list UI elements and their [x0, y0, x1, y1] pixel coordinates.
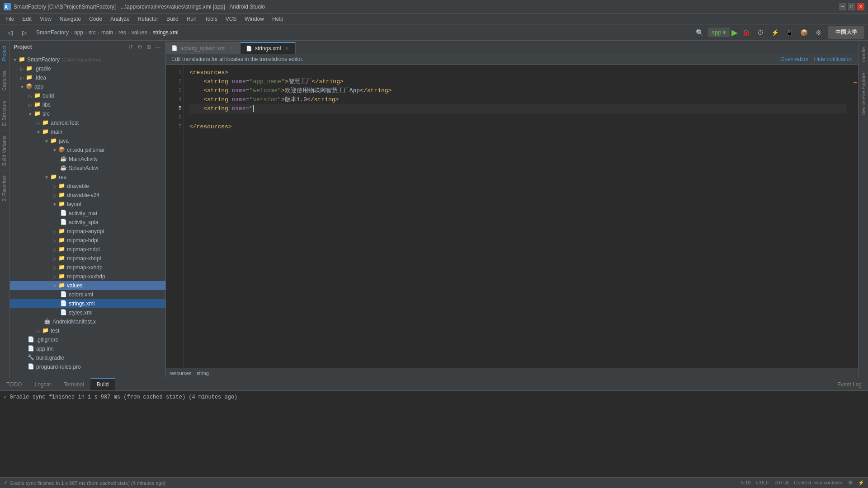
tree-item-mipmap-hdpi[interactable]: ▷ 📁 mipmap-hdpi — [10, 236, 165, 245]
tree-item-src[interactable]: ▼ 📁 src — [10, 109, 165, 118]
bc-string[interactable]: string — [197, 371, 209, 376]
tab-todo[interactable]: TODO — [0, 378, 28, 390]
tab-structure[interactable]: Z: Structure — [0, 95, 9, 131]
tree-item-mipmap-xxhdpi[interactable]: ▷ 📁 mipmap-xxhdp — [10, 263, 165, 272]
tree-item-drawable-v24[interactable]: ▷ 📁 drawable-v24 — [10, 191, 165, 200]
open-editor-link[interactable]: Open editor — [780, 56, 809, 62]
breadcrumb-stringsxml[interactable]: strings.xml — [152, 29, 178, 36]
tree-item-res[interactable]: ▼ 📁 res — [10, 173, 165, 182]
profile-button[interactable]: ⏱ — [754, 26, 767, 39]
toolbar-forward-button[interactable]: ▷ — [18, 26, 31, 39]
tab-activity-splash-xml[interactable]: 📄 activity_splash.xml ✕ — [166, 42, 241, 54]
settings-icon[interactable]: ⚙ — [848, 480, 853, 486]
encoding[interactable]: UTF-8 — [774, 480, 788, 486]
tree-item-activity-main[interactable]: 📄 activity_mai — [10, 209, 165, 218]
tree-item-mipmap-xxxhdpi[interactable]: ▷ 📁 mipmap-xxxhdp — [10, 272, 165, 281]
tree-item-mipmap-xhdpi[interactable]: ▷ 📁 mipmap-xhdpi — [10, 254, 165, 263]
tab-close-active-button[interactable]: ✕ — [283, 45, 290, 52]
sdk-manager-button[interactable]: 📦 — [797, 26, 810, 39]
tree-item-mipmap-mdpi[interactable]: ▷ 📁 mipmap-mdpi — [10, 245, 165, 254]
tree-item-colors-xml[interactable]: 📄 colors.xml — [10, 290, 165, 299]
menu-navigate[interactable]: Navigate — [56, 15, 85, 23]
tree-item-test[interactable]: ▷ 📁 test — [10, 326, 165, 335]
breadcrumb-res[interactable]: res — [118, 29, 126, 36]
tree-item-layout[interactable]: ▼ 📁 layout — [10, 200, 165, 209]
tree-item-idea[interactable]: ▷ 📁 .idea — [10, 73, 165, 82]
toolbar-back-button[interactable]: ◁ — [4, 26, 16, 39]
lf-icon[interactable]: ⚡ — [858, 480, 864, 486]
menu-analyze[interactable]: Analyze — [107, 15, 133, 23]
tab-terminal[interactable]: Terminal — [57, 378, 90, 390]
tab-event-log[interactable]: Event Log — [831, 378, 868, 390]
menu-tools[interactable]: Tools — [201, 15, 221, 23]
expand-button[interactable]: ⊞ — [145, 43, 153, 51]
tree-item-app-iml[interactable]: 📄 app.iml — [10, 344, 165, 353]
tree-item-strings-xml[interactable]: 📄 strings.xml — [10, 299, 165, 308]
sync-button[interactable]: ↺ — [127, 43, 135, 51]
hide-notification-link[interactable]: Hide notification — [814, 56, 853, 62]
tab-project[interactable]: Project — [0, 41, 9, 66]
tree-item-values[interactable]: ▼ 📁 values — [10, 281, 165, 290]
menu-run[interactable]: Run — [183, 15, 200, 23]
tree-item-splashactivity[interactable]: ☕ SplashActivi — [10, 164, 165, 173]
bc-resources[interactable]: resources — [170, 371, 191, 376]
menu-refactor[interactable]: Refactor — [134, 15, 162, 23]
tab-captures[interactable]: Captures — [0, 66, 9, 95]
tab-favorites[interactable]: 2: Favorites — [0, 170, 9, 206]
tree-item-smartfactory[interactable]: ▼ 📁 SmartFactory C:\ASProject\Sma — [10, 55, 165, 64]
tab-build[interactable]: Build — [90, 378, 115, 390]
gear-icon[interactable]: ⚙ — [136, 43, 144, 51]
run-config-selector[interactable]: app ▾ — [708, 28, 730, 37]
tree-item-androidtest[interactable]: ▷ 📁 androidTest — [10, 118, 165, 127]
cursor-position[interactable]: 5:19 — [741, 480, 750, 486]
tree-item-main[interactable]: ▼ 📁 main — [10, 127, 165, 136]
settings-button[interactable]: ⚙ — [812, 26, 825, 39]
tab-close-button[interactable]: ✕ — [228, 45, 235, 52]
tree-item-proguard[interactable]: 📄 proguard-rules.pro — [10, 362, 165, 371]
tab-logcat[interactable]: Logcat — [28, 378, 57, 390]
tree-item-package[interactable]: ▼ 📦 cn.edu.jsit.smar — [10, 145, 165, 155]
menu-edit[interactable]: Edit — [19, 15, 35, 23]
tree-item-mipmap-anydpi[interactable]: ▷ 📁 mipmap-anydpi — [10, 227, 165, 236]
tree-item-activity-splash[interactable]: 📄 activity_spla — [10, 218, 165, 227]
menu-window[interactable]: Window — [241, 15, 268, 23]
toolbar-search-button[interactable]: 🔍 — [693, 26, 706, 39]
avd-manager-button[interactable]: 📱 — [783, 26, 796, 39]
tree-item-app[interactable]: ▼ 📦 app — [10, 82, 165, 91]
tree-item-build-gradle[interactable]: 🔧 build.gradle — [10, 353, 165, 362]
attach-button[interactable]: ⚡ — [769, 26, 781, 39]
menu-help[interactable]: Help — [269, 15, 287, 23]
minimize-button[interactable]: ─ — [839, 3, 846, 10]
tree-item-androidmanifest[interactable]: 🤖 AndroidManifest.x — [10, 317, 165, 326]
menu-build[interactable]: Build — [163, 15, 182, 23]
tab-strings-xml[interactable]: 📄 strings.xml ✕ — [241, 42, 296, 54]
tab-gradle[interactable]: Gradle — [859, 42, 868, 66]
collapse-button[interactable]: — — [154, 43, 162, 51]
menu-vcs[interactable]: VCS — [222, 15, 241, 23]
tab-device-file-explorer[interactable]: Device File Explorer — [859, 66, 868, 120]
breadcrumb-src[interactable]: src — [89, 29, 96, 36]
breadcrumb-smartfactory[interactable]: SmartFactory — [36, 29, 69, 36]
menu-file[interactable]: File — [2, 15, 18, 23]
tree-item-java[interactable]: ▼ 📁 java — [10, 136, 165, 145]
code-editor[interactable]: <resources> <string name="app_name">智慧工厂… — [184, 65, 852, 368]
close-button[interactable]: ✕ — [857, 3, 864, 10]
tree-item-styles-xml[interactable]: 📄 styles.xml — [10, 308, 165, 317]
maximize-button[interactable]: □ — [848, 3, 855, 10]
tree-item-gitignore[interactable]: 📄 .gitignore — [10, 335, 165, 344]
breadcrumb-main[interactable]: main — [101, 29, 113, 36]
line-ending[interactable]: CRLF — [756, 480, 769, 486]
menu-view[interactable]: View — [36, 15, 55, 23]
breadcrumb-values[interactable]: values — [132, 29, 147, 36]
tree-item-drawable[interactable]: ▷ 📁 drawable — [10, 182, 165, 191]
tree-item-libs[interactable]: ▷ 📁 libs — [10, 100, 165, 109]
debug-button[interactable]: 🐞 — [740, 26, 752, 39]
tab-build-variants[interactable]: Build Variants — [0, 131, 9, 170]
tree-item-mainactivity[interactable]: ☕ MainActivity — [10, 155, 165, 164]
tree-item-build[interactable]: ▷ 📁 build — [10, 91, 165, 100]
run-button[interactable]: ▶ — [731, 28, 738, 38]
menu-code[interactable]: Code — [85, 15, 106, 23]
window-controls[interactable]: ─ □ ✕ — [839, 3, 864, 10]
tree-item-gradle-root[interactable]: ▷ 📁 .gradle — [10, 64, 165, 73]
breadcrumb-app[interactable]: app — [74, 29, 83, 36]
